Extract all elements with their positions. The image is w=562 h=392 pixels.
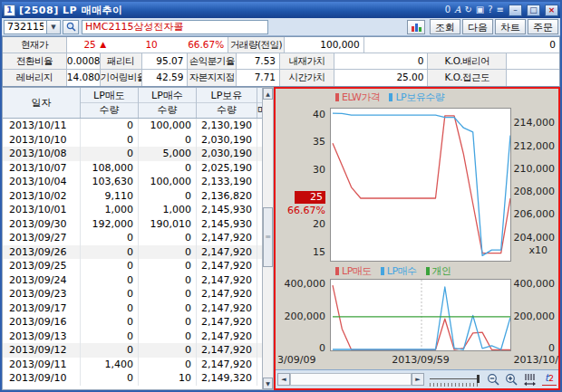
table-row[interactable]: 2013/09/12002,147,920: [3, 343, 262, 358]
axis-label: 200,000: [513, 311, 555, 322]
titlebar[interactable]: 1 [2508] LP 매매추이 0 A ↻ ▣ ? ≡ – □ ×: [2, 2, 560, 18]
cell-quantity: 0: [139, 315, 197, 330]
table-row[interactable]: 2013/09/27002,147,920: [3, 231, 262, 245]
legend-label: ELW가격: [342, 91, 380, 104]
cell-quantity: 2,030,190: [197, 133, 257, 148]
mini-chart-icon: [412, 26, 414, 32]
window-title: [2508] LP 매매추이: [19, 4, 122, 17]
legend-item: LP매수: [381, 264, 417, 278]
cell-quantity: 2,147,920: [197, 343, 257, 358]
scroll-down-icon[interactable]: ▼: [263, 378, 273, 389]
lp-trade-table: 일자 LP매도 수량 LP매수 수량 LP보유 수량 매 2013/: [2, 87, 262, 390]
scrollbar-thumb[interactable]: ≡: [263, 207, 273, 267]
cell-quantity: 10: [139, 371, 197, 386]
table-row[interactable]: 2013/10/110100,0002,130,190: [3, 119, 262, 133]
cell-quantity: 2,147,920: [197, 358, 257, 372]
series-LP보유수량: [333, 113, 510, 255]
zoom-in-icon[interactable]: [504, 372, 519, 387]
table-row[interactable]: 2013/10/10002,030,190: [3, 133, 262, 148]
table-row[interactable]: 2013/09/26002,147,920: [3, 245, 262, 260]
order-button[interactable]: 주문: [528, 19, 558, 34]
legend-swatch-icon: [389, 93, 392, 101]
table-row[interactable]: 2013/10/0805,0002,030,190: [3, 147, 262, 161]
cell-date: 2013/09/13: [3, 330, 81, 344]
table-row[interactable]: 2013/09/23002,147,920: [3, 287, 262, 301]
close-button[interactable]: ×: [545, 5, 558, 16]
search-button[interactable]: [63, 20, 79, 34]
axis-label: 20: [276, 218, 325, 230]
stock-name-input[interactable]: [82, 20, 268, 34]
axis-label: 200,000: [276, 311, 325, 322]
cell-quantity: 0: [81, 231, 139, 245]
titlebar-menu-icon[interactable]: ≡: [497, 4, 504, 16]
cell-quantity: 2,030,190: [197, 147, 257, 161]
cell-date: 2013/10/07: [3, 161, 81, 176]
bar-spacing-icon[interactable]: [522, 372, 538, 387]
titlebar-help-icon[interactable]: ?: [488, 4, 492, 16]
price-change: 10: [111, 37, 158, 53]
table-row[interactable]: 2013/09/13002,147,920: [3, 330, 262, 344]
titlebar-screen-icon[interactable]: ▣: [476, 4, 484, 16]
titlebar-font-icon[interactable]: A: [454, 4, 460, 16]
cell-date: 2013/10/02: [3, 189, 81, 204]
zoom-out-icon[interactable]: [486, 372, 501, 387]
mini-chart-button[interactable]: [407, 20, 425, 34]
current-price-value: 25 ▲ 10 66.67%: [67, 37, 228, 53]
table-vertical-scrollbar[interactable]: ▲ ≡ ▼: [262, 87, 274, 390]
legend-item: LP매도: [335, 264, 372, 278]
maximize-button[interactable]: □: [527, 5, 540, 16]
cell-quantity: 100,000: [139, 119, 197, 133]
next-button[interactable]: 다음: [462, 19, 493, 34]
cell-quantity: 0: [81, 273, 139, 288]
summary-grid: 현재가 25 ▲ 10 66.67% 거래량(전일) 100,000 0 전환비…: [2, 36, 560, 87]
tz-icon[interactable]: t2: [542, 373, 557, 386]
legend-swatch-icon: [335, 93, 339, 101]
axis-label: 206,000: [513, 208, 555, 220]
cell-quantity: 0: [81, 371, 139, 386]
table-row[interactable]: 2013/09/100102,149,320: [3, 371, 262, 386]
minimize-button[interactable]: –: [509, 5, 522, 16]
table-row[interactable]: 2013/09/24002,147,920: [3, 273, 262, 288]
indicator-value: 42.59: [142, 70, 189, 86]
table-row[interactable]: 2013/09/30192,000190,0102,145,930: [3, 217, 262, 232]
indicator-value: [507, 70, 559, 86]
table-row[interactable]: 2013/10/07108,00002,025,190: [3, 161, 262, 176]
titlebar-zero-icon[interactable]: 0: [445, 4, 451, 16]
chart-zoom-slider[interactable]: [430, 372, 482, 387]
chart-hscrollbar-track[interactable]: [290, 373, 412, 386]
chart-scroll-right-icon[interactable]: ►: [412, 373, 424, 386]
table-row[interactable]: 2013/09/25002,147,920: [3, 259, 262, 273]
chart-button[interactable]: 차트: [495, 19, 526, 34]
cell-quantity: 0: [139, 231, 197, 245]
series-LP매수: [333, 287, 510, 349]
cell-quantity: 0: [139, 301, 197, 316]
header-lp-buy: LP매수 수량: [139, 88, 197, 118]
price-holding-chart-plot[interactable]: [330, 108, 511, 262]
table-row[interactable]: 2013/09/17002,147,920: [3, 301, 262, 316]
header-date: 일자: [3, 88, 81, 118]
cell-quantity: 190,010: [139, 217, 197, 232]
stock-code-input[interactable]: [4, 20, 47, 34]
scroll-up-icon[interactable]: ▲: [263, 88, 273, 100]
cell-quantity: 192,000: [81, 217, 139, 232]
chart-scroll-left-icon[interactable]: ◄: [277, 373, 290, 386]
cell-quantity: 103,630: [81, 175, 139, 189]
lp-volume-chart-plot[interactable]: [330, 279, 511, 351]
current-price-pct: 66.67%: [283, 205, 325, 216]
table-row[interactable]: 2013/09/16002,147,920: [3, 315, 262, 330]
table-row[interactable]: 2013/10/04103,630100,0002,133,190: [3, 175, 262, 189]
cell-quantity: 0: [139, 273, 197, 288]
table-row[interactable]: 2013/10/011,0001,0002,145,930: [3, 203, 262, 217]
slider-handle[interactable]: [477, 375, 480, 383]
query-button[interactable]: 조회: [430, 19, 460, 34]
chart-panel[interactable]: ◄ ►: [274, 87, 560, 390]
cell-quantity: 1,000: [139, 203, 197, 217]
indicator-label: 자본지지점: [188, 70, 237, 86]
table-row[interactable]: 2013/09/111,40002,147,920: [3, 358, 262, 372]
table-row[interactable]: 2013/10/029,11002,136,820: [3, 189, 262, 204]
axis-label: 400,000: [513, 278, 555, 290]
code-dropdown-button[interactable]: ▼: [47, 20, 61, 34]
indicator-value: [507, 53, 559, 69]
titlebar-refresh-icon[interactable]: ↻: [464, 4, 471, 16]
cell-quantity: 0: [81, 287, 139, 301]
